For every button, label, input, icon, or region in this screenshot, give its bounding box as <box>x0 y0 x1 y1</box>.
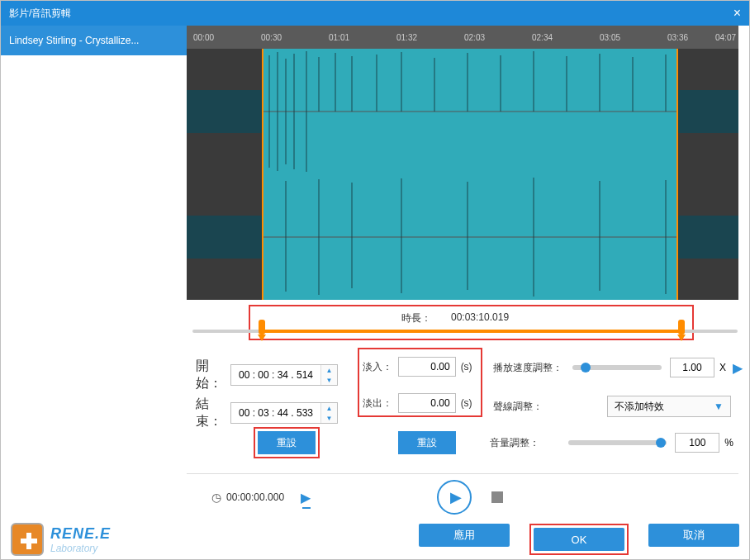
window-title: 影片/音訊剪輯 <box>9 7 71 21</box>
timeline-tick: 00:30 <box>261 33 282 42</box>
fade-highlight-box: 淡入： (s) 淡出： (s) <box>358 348 482 417</box>
svg-rect-2 <box>677 49 738 300</box>
file-name: Lindsey Stirling - Crystallize... <box>9 35 139 46</box>
spin-down-icon[interactable]: ▼ <box>321 413 337 423</box>
speed-label: 播放速度調整： <box>493 361 572 375</box>
trim-handle-start[interactable] <box>257 320 267 341</box>
timeline-ruler: 00:00 00:30 01:01 01:32 02:03 02:34 03:0… <box>187 26 738 49</box>
fade-unit: (s) <box>461 361 477 373</box>
svg-rect-13 <box>678 320 685 335</box>
fade-unit: (s) <box>461 397 477 409</box>
close-icon[interactable]: × <box>733 6 741 21</box>
sfx-selected-value: 不添加特效 <box>615 400 664 414</box>
reset-time-button[interactable]: 重設 <box>258 431 316 454</box>
logo-text-bottom: Laboratory <box>50 543 111 554</box>
waveform-display[interactable] <box>187 49 738 300</box>
end-label: 結束： <box>196 396 230 430</box>
start-time-field[interactable] <box>231 365 320 385</box>
svg-rect-7 <box>677 90 738 133</box>
transport-bar: ◷ 00:00:00.000 ▶ ▶ <box>187 473 738 521</box>
timeline-tick: 02:03 <box>464 33 485 42</box>
fade-out-label: 淡出： <box>363 396 398 411</box>
svg-rect-11 <box>259 320 265 335</box>
export-icon[interactable]: ▶ <box>301 490 311 505</box>
timeline-tick: 04:07 <box>715 33 736 42</box>
svg-rect-8 <box>677 216 738 259</box>
current-time: 00:00:00.000 <box>226 491 284 503</box>
speed-slider-handle[interactable] <box>581 363 591 373</box>
sidebar-file-item[interactable]: Lindsey Stirling - Crystallize... <box>1 26 187 55</box>
speed-unit: X <box>719 362 726 373</box>
play-preview-icon[interactable]: ▶ <box>733 360 743 376</box>
end-time-field[interactable] <box>231 403 320 423</box>
svg-rect-0 <box>187 49 263 300</box>
apply-button[interactable]: 應用 <box>419 524 510 547</box>
fade-in-input[interactable] <box>398 357 456 377</box>
duration-value: 00:03:10.019 <box>451 311 509 323</box>
svg-rect-6 <box>187 216 263 259</box>
ok-highlight-box: OK <box>529 524 629 555</box>
timeline-tick: 01:01 <box>329 33 349 42</box>
brand-logo: RENE.E Laboratory <box>11 523 111 556</box>
volume-slider[interactable] <box>568 440 667 445</box>
ok-button[interactable]: OK <box>534 528 624 551</box>
reset-fade-button[interactable]: 重設 <box>398 431 455 454</box>
title-bar: 影片/音訊剪輯 × <box>1 1 749 26</box>
play-icon: ▶ <box>450 488 462 506</box>
timeline-tick: 00:00 <box>193 33 214 42</box>
start-time-input[interactable]: ▲▼ <box>230 364 338 386</box>
timeline-tick: 03:36 <box>667 33 688 42</box>
speed-slider[interactable] <box>572 365 662 370</box>
cancel-button[interactable]: 取消 <box>648 524 739 547</box>
fade-in-label: 淡入： <box>363 360 398 374</box>
duration-label: 時長： <box>401 311 431 325</box>
volume-value-input[interactable] <box>675 433 719 453</box>
spin-up-icon[interactable]: ▲ <box>321 365 337 375</box>
svg-marker-12 <box>258 335 266 341</box>
fade-out-input[interactable] <box>398 393 456 413</box>
logo-cross-icon <box>11 523 44 556</box>
trim-handle-end[interactable] <box>676 320 686 341</box>
stop-button[interactable] <box>491 491 503 503</box>
volume-slider-handle[interactable] <box>656 438 666 448</box>
svg-rect-5 <box>187 90 263 133</box>
clock-icon: ◷ <box>211 491 221 504</box>
svg-marker-14 <box>677 335 686 341</box>
footer-bar: RENE.E Laboratory 應用 OK 取消 <box>1 520 749 559</box>
volume-label: 音量調整： <box>490 436 568 450</box>
start-label: 開始： <box>196 358 230 392</box>
spin-up-icon[interactable]: ▲ <box>321 403 337 413</box>
spin-down-icon[interactable]: ▼ <box>321 375 337 385</box>
trim-slider[interactable] <box>192 328 738 335</box>
logo-text-top: RENE.E <box>50 525 111 543</box>
reset-time-highlight: 重設 <box>254 427 320 458</box>
timeline-tick: 02:34 <box>532 33 553 42</box>
end-time-input[interactable]: ▲▼ <box>230 402 338 424</box>
timeline-tick: 01:32 <box>396 33 417 42</box>
speed-value-input[interactable] <box>670 358 714 377</box>
svg-rect-1 <box>263 49 677 300</box>
volume-unit: % <box>724 437 733 448</box>
play-button[interactable]: ▶ <box>437 480 472 515</box>
chevron-down-icon: ▼ <box>714 401 724 412</box>
timeline-tick: 03:05 <box>600 33 620 42</box>
sfx-select[interactable]: 不添加特效 ▼ <box>607 396 731 417</box>
sfx-label: 聲線調整： <box>493 400 572 414</box>
